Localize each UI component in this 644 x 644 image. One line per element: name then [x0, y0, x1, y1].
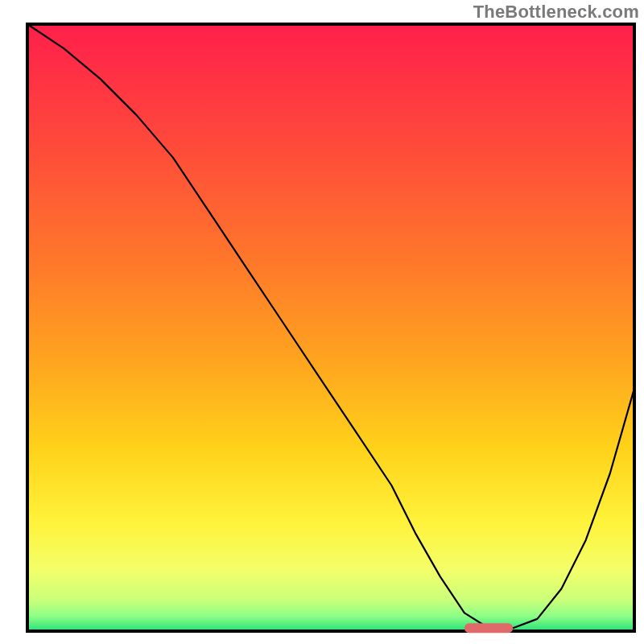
plot-background — [27, 24, 634, 631]
optimum-marker — [464, 623, 513, 633]
bottleneck-chart — [0, 0, 644, 644]
chart-container: TheBottleneck.com — [0, 0, 644, 644]
watermark-text: TheBottleneck.com — [473, 2, 639, 23]
